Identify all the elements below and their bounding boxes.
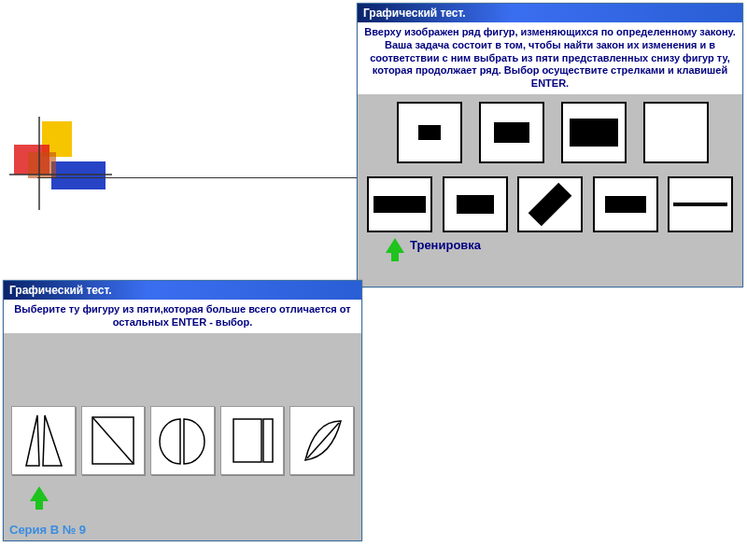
window-title: Графический тест. bbox=[9, 284, 112, 297]
option-figure-1[interactable] bbox=[367, 176, 432, 232]
sequence-figure-4-blank bbox=[643, 102, 709, 163]
option-figure-4[interactable] bbox=[220, 406, 285, 475]
svg-marker-7 bbox=[43, 415, 62, 466]
svg-rect-2 bbox=[51, 161, 106, 189]
window-title: Графический тест. bbox=[363, 7, 466, 20]
selection-indicator bbox=[4, 483, 361, 501]
window-graphic-test-oddone: Графический тест. Выберите ту фигуру из … bbox=[3, 280, 362, 541]
arrow-up-icon bbox=[386, 238, 404, 253]
option-figure-2[interactable] bbox=[81, 406, 146, 475]
training-indicator: Тренировка bbox=[358, 238, 742, 259]
option-figure-4[interactable] bbox=[593, 176, 658, 232]
svg-rect-10 bbox=[233, 419, 261, 462]
svg-rect-11 bbox=[263, 419, 273, 462]
option-figure-1[interactable] bbox=[11, 406, 76, 475]
svg-marker-6 bbox=[26, 415, 39, 466]
options-row bbox=[358, 171, 742, 238]
option-figure-5[interactable] bbox=[289, 406, 354, 475]
options-row bbox=[4, 333, 361, 483]
option-figure-3[interactable] bbox=[517, 176, 583, 232]
training-label: Тренировка bbox=[410, 238, 481, 252]
instruction-text: Выберите ту фигуру из пяти,которая больш… bbox=[4, 300, 361, 333]
series-label: Серия В № 9 bbox=[9, 523, 86, 537]
titlebar: Графический тест. bbox=[358, 4, 742, 22]
sequence-figure-1 bbox=[397, 102, 462, 163]
logo bbox=[9, 117, 103, 210]
option-figure-3[interactable] bbox=[150, 406, 215, 475]
window-graphic-test-sequence: Графический тест. Вверху изображен ряд ф… bbox=[357, 3, 743, 287]
option-figure-2[interactable] bbox=[443, 176, 508, 232]
sequence-figure-2 bbox=[479, 102, 544, 163]
instruction-text: Вверху изображен ряд фигур, изменяющихся… bbox=[358, 22, 742, 94]
svg-line-9 bbox=[92, 417, 134, 464]
sequence-row bbox=[358, 94, 742, 171]
divider-line bbox=[37, 177, 364, 178]
arrow-up-icon bbox=[30, 486, 49, 501]
sequence-figure-3 bbox=[561, 102, 627, 163]
titlebar: Графический тест. bbox=[4, 281, 361, 300]
option-figure-5[interactable] bbox=[668, 176, 733, 232]
